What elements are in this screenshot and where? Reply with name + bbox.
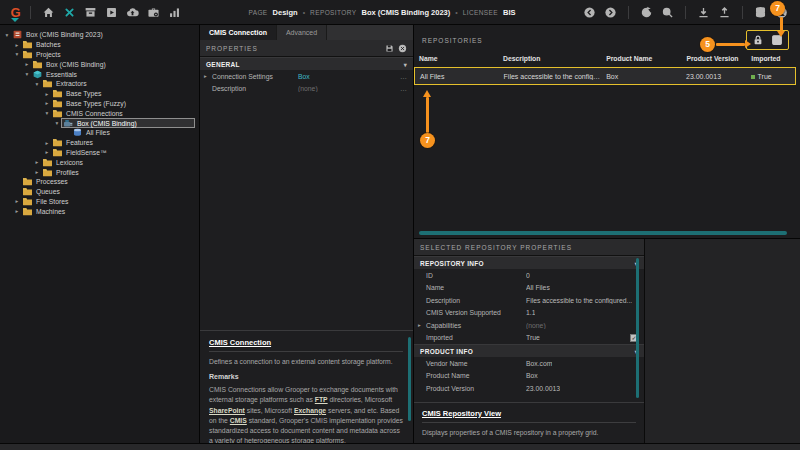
ellipsis-button[interactable]: … xyxy=(400,73,407,80)
refresh-icon[interactable] xyxy=(639,5,654,20)
page-value[interactable]: Design xyxy=(273,8,298,17)
property-value[interactable]: Box xyxy=(526,372,538,379)
column-header[interactable]: Imported xyxy=(746,55,796,67)
tree-item-content[interactable]: Machines xyxy=(21,206,68,216)
property-value[interactable]: (none) xyxy=(298,85,318,92)
property-row[interactable]: ▸Connection SettingsBox… xyxy=(200,70,413,83)
property-row[interactable]: ImportedTrue✓ xyxy=(414,332,644,345)
expander-icon[interactable]: ▸ xyxy=(43,91,51,97)
property-value[interactable]: True xyxy=(526,334,540,341)
tree-item[interactable]: ▸Box (CMIS Binding) xyxy=(0,59,199,69)
help-title[interactable]: CMIS Connection xyxy=(209,338,403,347)
property-row[interactable]: Product NameBox xyxy=(414,370,644,383)
tree-item-content[interactable]: File Stores xyxy=(21,197,71,207)
expander-icon[interactable]: ▸ xyxy=(13,198,21,204)
property-value[interactable]: 23.00.0013 xyxy=(526,385,560,392)
tree-item[interactable]: ▾Essentials xyxy=(0,69,199,79)
property-row[interactable]: DescriptionFiles accessible to the confi… xyxy=(414,294,644,307)
tree-item[interactable]: ▸Profiles xyxy=(0,167,199,177)
property-row[interactable]: ID0 xyxy=(414,269,644,282)
tree-item[interactable]: ▸Lexicons xyxy=(0,157,199,167)
column-header[interactable]: Description xyxy=(498,55,601,67)
tree-item[interactable]: ▸Base Types xyxy=(0,89,199,99)
tree-item[interactable]: ▸Batches xyxy=(0,40,199,50)
tree-item-content[interactable]: Base Types xyxy=(51,89,104,99)
expander-icon[interactable]: ▾ xyxy=(13,51,21,57)
property-row[interactable]: ▸Capabilities(none) xyxy=(414,319,644,332)
database-icon[interactable] xyxy=(753,5,768,20)
property-value[interactable]: Box.com xyxy=(526,360,552,367)
tree-item-content[interactable]: Projects xyxy=(21,50,64,60)
column-header[interactable]: Product Name xyxy=(601,55,681,67)
help-link[interactable]: FTP xyxy=(315,396,328,403)
tree-item-content[interactable]: Base Types (Fuzzy) xyxy=(51,99,129,109)
property-value[interactable]: 1.1 xyxy=(526,309,535,316)
tree-item-content[interactable]: FieldSense™ xyxy=(51,148,110,158)
tree-item-content[interactable]: Lexicons xyxy=(41,157,86,167)
tree-item[interactable]: ▸Machines xyxy=(0,206,199,216)
tree-item[interactable]: ▸Base Types (Fuzzy) xyxy=(0,99,199,109)
tree-item-content[interactable]: All Files xyxy=(71,128,113,138)
expander-icon[interactable]: ▾ xyxy=(53,120,61,126)
help-link[interactable]: SharePoint xyxy=(209,407,245,414)
property-row[interactable]: Description(none)… xyxy=(200,83,413,96)
tree-item-content[interactable]: Queues xyxy=(21,187,63,197)
tree-item-content[interactable]: Batches xyxy=(21,40,64,50)
tab-cmis-connection[interactable]: CMIS Connection xyxy=(200,25,277,40)
back-icon[interactable] xyxy=(582,5,597,20)
expander-icon[interactable]: ▸ xyxy=(33,169,41,175)
column-header[interactable]: Product Version xyxy=(681,55,746,67)
property-value[interactable]: Box xyxy=(298,73,310,80)
tree-item-content[interactable]: Processes xyxy=(21,177,71,187)
tree-item-content[interactable]: Box (CMIS Binding) xyxy=(31,59,109,69)
property-value[interactable]: Files accessible to the configured... xyxy=(526,297,632,304)
property-row[interactable]: Product Version23.00.0013 xyxy=(414,382,644,395)
search-icon[interactable] xyxy=(660,5,675,20)
column-header[interactable]: Name xyxy=(414,55,498,67)
property-row[interactable]: Vendor NameBox.com xyxy=(414,357,644,370)
tree-item[interactable]: Processes xyxy=(0,177,199,187)
jobs-icon[interactable] xyxy=(146,5,161,20)
vertical-scrollbar[interactable] xyxy=(408,337,412,421)
expander-icon[interactable]: ▸ xyxy=(418,322,426,328)
table-row[interactable]: All FilesFiles accessible to the configu… xyxy=(414,67,796,85)
close-circle-icon[interactable] xyxy=(398,44,407,53)
cloud-upload-icon[interactable] xyxy=(125,5,140,20)
tree-item[interactable]: ▸File Stores xyxy=(0,197,199,207)
lock-icon[interactable] xyxy=(752,34,764,46)
packages-icon[interactable] xyxy=(104,5,119,20)
expander-icon[interactable]: ▸ xyxy=(204,73,212,79)
tree-item[interactable]: Queues xyxy=(0,187,199,197)
vertical-scrollbar[interactable] xyxy=(636,258,640,398)
expander-icon[interactable]: ▾ xyxy=(23,71,31,77)
horizontal-scrollbar[interactable] xyxy=(419,231,787,235)
tree-item-content[interactable]: Features xyxy=(51,138,96,148)
property-value[interactable]: (none) xyxy=(526,322,546,329)
tree-item-content[interactable]: Profiles xyxy=(41,167,82,177)
property-row[interactable]: NameAll Files xyxy=(414,282,644,295)
property-value[interactable]: All Files xyxy=(526,284,550,291)
expander-icon[interactable]: ▸ xyxy=(43,100,51,106)
tree-item[interactable]: ▾Projects xyxy=(0,50,199,60)
expander-icon[interactable]: ▸ xyxy=(13,42,21,48)
help-link[interactable]: Exchange xyxy=(294,407,326,414)
tree-item[interactable]: ▾Box (CMIS Binding 2023) xyxy=(0,30,199,40)
save-icon[interactable] xyxy=(385,44,394,53)
tree-item-content[interactable]: Box (CMIS Binding) xyxy=(61,118,195,128)
tree-item-content[interactable]: Box (CMIS Binding 2023) xyxy=(11,30,106,40)
section-header[interactable]: REPOSITORY INFO▾ xyxy=(414,256,644,269)
expander-icon[interactable]: ▸ xyxy=(13,208,21,214)
tree-item-content[interactable]: Essentials xyxy=(31,69,80,79)
tab-advanced[interactable]: Advanced xyxy=(277,25,327,40)
expander-icon[interactable]: ▾ xyxy=(33,81,41,87)
batches-icon[interactable] xyxy=(83,5,98,20)
expander-icon[interactable]: ▸ xyxy=(23,61,31,67)
tree-item[interactable]: ▾Box (CMIS Binding) xyxy=(0,118,199,128)
tree-item[interactable]: ▾Extractors xyxy=(0,79,199,89)
expander-icon[interactable]: ▸ xyxy=(43,149,51,155)
expander-icon[interactable]: ▾ xyxy=(43,110,51,116)
stats-icon[interactable] xyxy=(167,5,182,20)
ellipsis-button[interactable]: … xyxy=(400,85,407,92)
property-value[interactable]: 0 xyxy=(526,272,530,279)
tree-item[interactable]: All Files xyxy=(0,128,199,138)
